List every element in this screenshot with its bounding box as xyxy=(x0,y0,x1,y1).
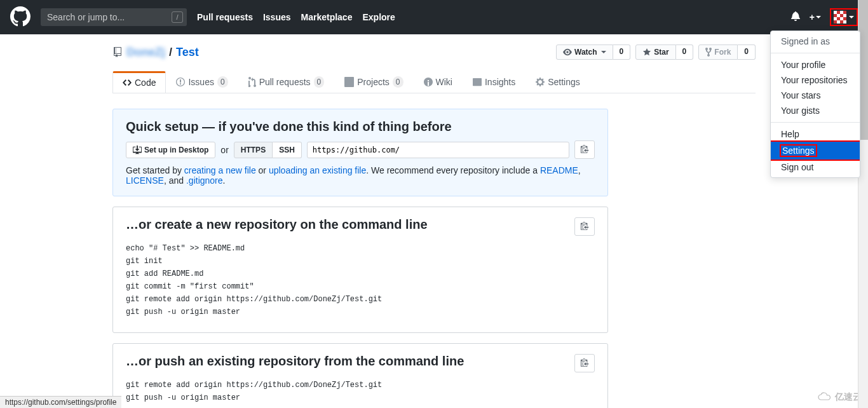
tab-issues[interactable]: Issues0 xyxy=(166,71,238,93)
sep: / xyxy=(169,46,172,59)
section-title: …or create a new repository on the comma… xyxy=(126,217,595,232)
fork-count[interactable]: 0 xyxy=(738,44,756,60)
menu-settings[interactable]: Settings xyxy=(771,140,860,161)
header-nav: Pull requests Issues Marketplace Explore xyxy=(197,12,395,22)
search-input[interactable] xyxy=(41,8,187,26)
github-logo[interactable] xyxy=(10,6,31,29)
https-button[interactable]: HTTPS xyxy=(234,142,273,158)
set-up-in-desktop-button[interactable]: Set up in Desktop xyxy=(126,142,215,158)
divider xyxy=(771,122,860,123)
caret-down-icon xyxy=(816,16,821,18)
menu-your-stars[interactable]: Your stars xyxy=(771,88,860,103)
protocol-toggle: HTTPS SSH xyxy=(234,142,302,158)
repo-title: DoneZj / Test xyxy=(112,46,199,59)
repo-owner-link[interactable]: DoneZj xyxy=(126,46,165,59)
clone-url-input[interactable] xyxy=(307,142,569,158)
copy-code-button[interactable] xyxy=(574,354,595,372)
menu-your-repositories[interactable]: Your repositories xyxy=(771,72,860,88)
caret-down-icon xyxy=(849,16,854,18)
star-button[interactable]: Star xyxy=(635,44,675,60)
quick-setup-box: Quick setup — if you've done this kind o… xyxy=(112,109,608,196)
main-container: Quick setup — if you've done this kind o… xyxy=(112,93,756,408)
copy-code-button[interactable] xyxy=(574,217,595,236)
browser-status-bar: https://github.com/settings/profile xyxy=(0,396,121,408)
repo-tabs: Code Issues0 Pull requests0 Projects0 Wi… xyxy=(112,71,756,93)
copy-url-button[interactable] xyxy=(574,140,595,159)
tab-projects[interactable]: Projects0 xyxy=(334,71,413,93)
divider xyxy=(771,53,860,53)
avatar-icon xyxy=(834,11,846,24)
nav-marketplace[interactable]: Marketplace xyxy=(301,12,353,22)
tab-insights[interactable]: Insights xyxy=(463,71,526,93)
slash-hint: / xyxy=(172,11,183,23)
nav-explore[interactable]: Explore xyxy=(362,12,395,22)
menu-your-gists[interactable]: Your gists xyxy=(771,103,860,118)
menu-sign-out[interactable]: Sign out xyxy=(771,160,860,175)
code-block[interactable]: echo "# Test" >> README.md git init git … xyxy=(126,238,595,322)
watch-button[interactable]: Watch xyxy=(556,44,613,60)
section-title: …or push an existing repository from the… xyxy=(126,354,595,369)
create-file-link[interactable]: creating a new file xyxy=(184,165,256,175)
repo-head: DoneZj / Test Watch 0 Star 0 xyxy=(112,34,756,93)
tab-pull-requests[interactable]: Pull requests0 xyxy=(238,71,335,93)
menu-your-profile[interactable]: Your profile xyxy=(771,57,860,72)
or-text: or xyxy=(220,145,228,155)
user-dropdown-menu: Signed in as Your profile Your repositor… xyxy=(770,31,860,178)
star-count[interactable]: 0 xyxy=(676,44,694,60)
quick-setup-description: Get started by creating a new file or up… xyxy=(126,165,595,186)
fork-button[interactable]: Fork xyxy=(698,44,738,60)
push-repo-section: …or push an existing repository from the… xyxy=(112,343,608,408)
search-wrap: / xyxy=(41,8,187,26)
repo-name-link[interactable]: Test xyxy=(176,46,199,59)
user-menu-button[interactable] xyxy=(830,8,858,26)
create-new-dropdown[interactable]: + xyxy=(810,12,821,22)
code-block[interactable]: git remote add origin https://github.com… xyxy=(126,375,595,408)
nav-pull-requests[interactable]: Pull requests xyxy=(197,12,253,22)
bell-icon[interactable] xyxy=(790,11,801,24)
signed-in-as-label: Signed in as xyxy=(771,34,860,49)
upload-file-link[interactable]: uploading an existing file xyxy=(269,165,366,175)
tab-code[interactable]: Code xyxy=(112,71,166,93)
gitignore-link[interactable]: .gitignore xyxy=(186,175,223,186)
nav-issues[interactable]: Issues xyxy=(263,12,291,22)
watch-count[interactable]: 0 xyxy=(613,44,631,60)
menu-help[interactable]: Help xyxy=(771,126,860,142)
create-repo-section: …or create a new repository on the comma… xyxy=(112,207,608,333)
caret-down-icon xyxy=(601,51,606,53)
license-link[interactable]: LICENSE xyxy=(126,175,164,186)
readme-link[interactable]: README xyxy=(540,165,578,175)
quick-setup-title: Quick setup — if you've done this kind o… xyxy=(126,119,595,134)
watermark: 亿速云 xyxy=(817,391,862,403)
tab-settings[interactable]: Settings xyxy=(526,71,590,93)
ssh-button[interactable]: SSH xyxy=(273,142,302,158)
tab-wiki[interactable]: Wiki xyxy=(414,71,463,93)
header-right: + xyxy=(790,8,858,26)
main-header: / Pull requests Issues Marketplace Explo… xyxy=(0,0,868,34)
pagehead-actions: Watch 0 Star 0 Fork 0 xyxy=(556,44,756,60)
